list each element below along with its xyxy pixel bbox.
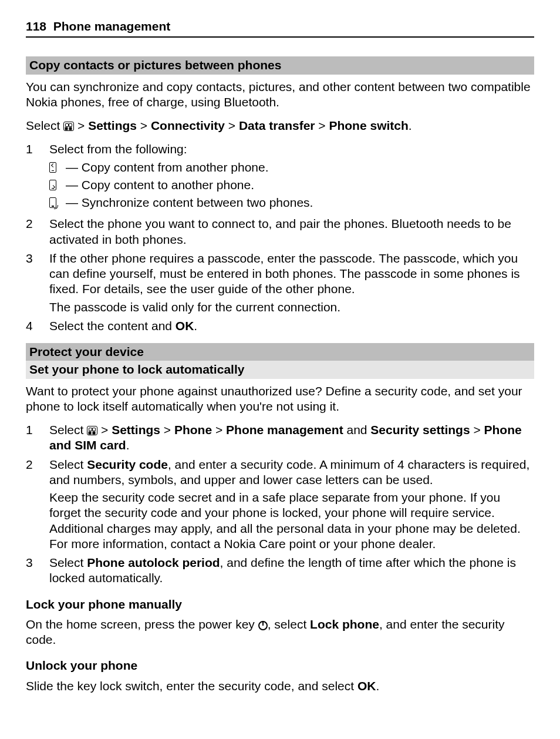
step-3: 3 If the other phone requires a passcode…	[26, 251, 534, 315]
subsection-bar-autolock: Set your phone to lock automatically	[26, 361, 534, 378]
step-1-text: Select from the following:	[49, 142, 534, 157]
intro-protect: Want to protect your phone against unaut…	[26, 384, 534, 415]
option-copy-from: — Copy content from another phone.	[49, 160, 534, 175]
page-header: 118 Phone management	[26, 19, 534, 38]
nav-path-phone-switch: Select > Settings > Connectivity > Data …	[26, 118, 534, 133]
section-bar-copy-contacts: Copy contacts or pictures between phones	[26, 56, 534, 74]
steps-autolock: 1 Select > Settings > Phone > Phone mana…	[26, 422, 534, 586]
phone-from-icon	[49, 162, 56, 173]
autolock-step-3: 3 Select Phone autolock period, and defi…	[26, 555, 534, 586]
steps-copy-contacts: 1 Select from the following: — Copy cont…	[26, 142, 534, 334]
phone-to-icon	[49, 180, 56, 190]
text-lock-manually: On the home screen, press the power key …	[26, 617, 534, 648]
autolock-step-1: 1 Select > Settings > Phone > Phone mana…	[26, 422, 534, 454]
heading-lock-manually: Lock your phone manually	[26, 597, 534, 612]
intro-copy-contacts: You can synchronize and copy contacts, p…	[26, 79, 534, 110]
heading-unlock: Unlock your phone	[26, 658, 534, 673]
section-bar-protect: Protect your device	[26, 343, 534, 361]
menu-icon	[87, 426, 97, 435]
power-icon	[258, 621, 268, 630]
step-2: 2 Select the phone you want to connect t…	[26, 216, 534, 247]
menu-icon	[63, 122, 74, 131]
step-1: 1 Select from the following: — Copy cont…	[26, 142, 534, 213]
phone-sync-icon	[49, 197, 56, 208]
option-synchronize: — Synchronize content between two phones…	[49, 195, 534, 210]
option-copy-to: — Copy content to another phone.	[49, 177, 534, 193]
autolock-step-2: 2 Select Security code, and enter a secu…	[26, 457, 534, 552]
text-unlock: Slide the key lock switch, enter the sec…	[26, 678, 534, 694]
step-4: 4 Select the content and OK.	[26, 318, 534, 334]
page-number: 118	[26, 19, 46, 33]
section-title: Phone management	[53, 19, 171, 33]
